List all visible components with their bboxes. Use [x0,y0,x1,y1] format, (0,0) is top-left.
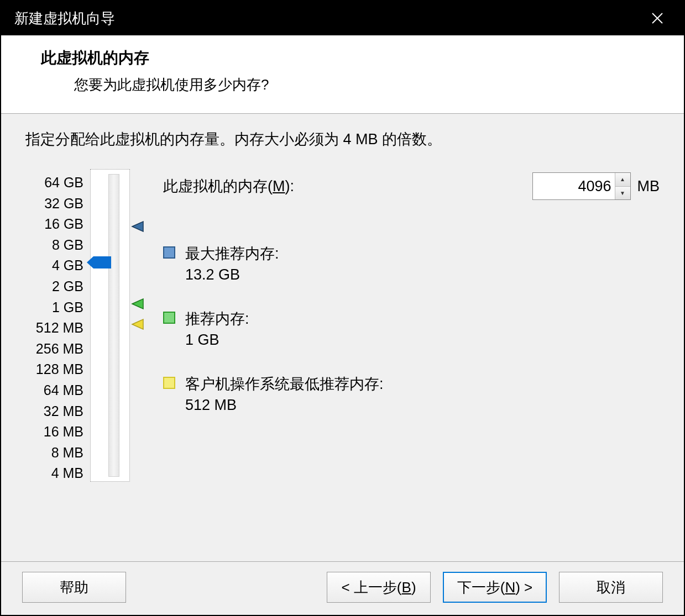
memory-unit: MB [637,178,660,195]
slider-tick-label: 1 GB [25,297,83,318]
svg-marker-5 [132,319,143,329]
memory-spinbox: ▲ ▼ [532,172,631,200]
legend-min-value: 512 MB [185,394,384,415]
legend-min-text: 客户机操作系统最低推荐内存: 512 MB [185,373,384,415]
slider-tick-label: 8 GB [25,235,83,256]
max-marker-icon [131,221,144,232]
memory-input-wrap: ▲ ▼ MB [532,172,660,200]
slider-tick-label: 32 GB [25,193,83,214]
slider-tick-label: 16 MB [25,422,83,443]
slider-tick-label: 4 GB [25,255,83,276]
svg-marker-3 [132,222,143,231]
slider-labels: 64 GB32 GB16 GB8 GB4 GB2 GB1 GB512 MB256… [25,169,83,484]
help-button[interactable]: 帮助 [22,572,126,603]
legend-rec-swatch [163,312,175,324]
wizard-window: 新建虚拟机向导 此虚拟机的内存 您要为此虚拟机使用多少内存? 指定分配给此虚拟机… [0,0,685,616]
min-marker-icon [131,319,144,330]
back-button[interactable]: < 上一步(B) [327,572,431,603]
slider-tick-label: 512 MB [25,318,83,339]
spin-buttons: ▲ ▼ [615,173,630,199]
legend-rec-value: 1 GB [185,329,249,350]
spin-up-button[interactable]: ▲ [615,173,630,187]
slider-markers [131,169,156,489]
legend-max-swatch [163,246,175,259]
page-subtitle: 您要为此虚拟机使用多少内存? [74,75,667,94]
svg-marker-2 [87,256,111,268]
slider-tick-label: 256 MB [25,339,83,360]
slider-tick-label: 8 MB [25,443,83,464]
legend-max: 最大推荐内存: 13.2 GB [163,243,279,285]
legend-min: 客户机操作系统最低推荐内存: 512 MB [163,373,384,415]
body-panel: 指定分配给此虚拟机的内存量。内存大小必须为 4 MB 的倍数。 64 GB32 … [1,114,684,561]
slider-tick-label: 64 MB [25,380,83,401]
window-title: 新建虚拟机向导 [14,9,115,28]
instruction-text: 指定分配给此虚拟机的内存量。内存大小必须为 4 MB 的倍数。 [25,129,660,149]
slider-groove [108,174,119,477]
nav-button-group: < 上一步(B) 下一步(N) > 取消 [327,572,663,603]
close-button[interactable] [644,5,671,31]
spin-down-button[interactable]: ▼ [615,187,630,200]
next-button[interactable]: 下一步(N) > [443,572,547,603]
cancel-button[interactable]: 取消 [559,572,663,603]
legend-min-swatch [163,377,175,389]
recommended-marker-icon [131,298,144,309]
close-icon [651,12,663,24]
slider-tick-label: 64 GB [25,172,83,193]
memory-area: 64 GB32 GB16 GB8 GB4 GB2 GB1 GB512 MB256… [25,169,660,489]
svg-marker-4 [132,299,143,309]
right-column: 此虚拟机的内存(M): ▲ ▼ MB [156,169,660,200]
slider-tick-label: 128 MB [25,359,83,380]
memory-input-row: 此虚拟机的内存(M): ▲ ▼ MB [163,172,660,200]
header-panel: 此虚拟机的内存 您要为此虚拟机使用多少内存? [1,35,684,114]
slider-tick-label: 16 GB [25,214,83,235]
memory-field-label: 此虚拟机的内存(M): [163,176,294,196]
slider-tick-label: 2 GB [25,276,83,297]
legend-max-label: 最大推荐内存: [185,243,279,264]
footer: 帮助 < 上一步(B) 下一步(N) > 取消 [1,561,684,615]
slider-thumb[interactable] [87,256,111,268]
legend-rec-label: 推荐内存: [185,308,249,329]
legend-min-label: 客户机操作系统最低推荐内存: [185,373,384,394]
slider-track [90,169,130,482]
legend-rec-text: 推荐内存: 1 GB [185,308,249,350]
memory-slider[interactable] [86,169,131,489]
page-title: 此虚拟机的内存 [41,48,667,69]
slider-tick-label: 4 MB [25,463,83,484]
legend-recommended: 推荐内存: 1 GB [163,308,249,350]
legend-max-value: 13.2 GB [185,264,279,285]
titlebar: 新建虚拟机向导 [1,1,684,35]
memory-input[interactable] [533,173,615,199]
legend-max-text: 最大推荐内存: 13.2 GB [185,243,279,285]
slider-tick-label: 32 MB [25,401,83,422]
